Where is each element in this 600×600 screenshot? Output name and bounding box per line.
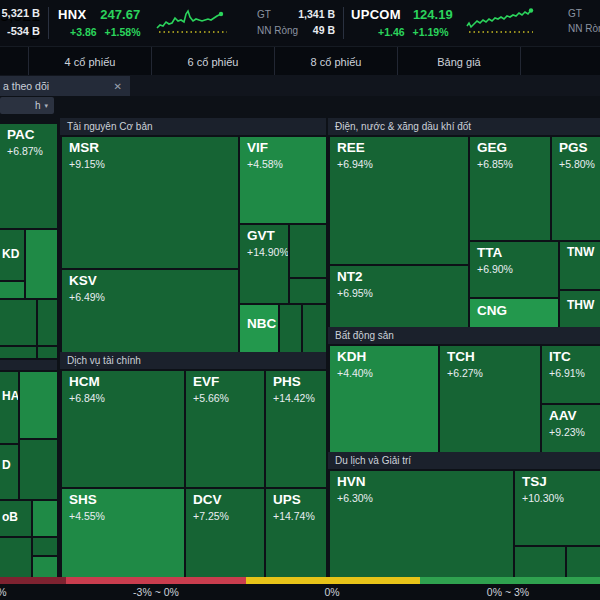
hnx-index-name: HNX [58, 7, 86, 22]
tab-filler [521, 47, 600, 76]
heatmap-treemap: PAC +6.87% KD HA D oB Tài nguyên Cơ bản [0, 114, 600, 577]
hnx-index[interactable]: HNX 247.67 [58, 7, 140, 22]
tile-tch[interactable]: TCH +6.27% [440, 346, 540, 452]
hnx-gt-value: 1,341 B [298, 8, 335, 20]
upcom-nn-label: NN Ròn [568, 23, 600, 34]
tile-unlabeled[interactable] [515, 547, 565, 577]
tile-unlabeled[interactable] [20, 440, 57, 499]
tile-unlabeled[interactable] [303, 305, 326, 352]
sector-header-bat-dong-san: Bất động sản [328, 327, 600, 344]
tab-bang-gia[interactable]: Bảng giá [398, 47, 521, 76]
hnx-sparkline-chart [155, 7, 231, 35]
tile-dcv[interactable]: DCV +7.25% [186, 489, 264, 577]
tile-msr[interactable]: MSR +9.15% [62, 137, 238, 268]
tab-spacer [0, 47, 29, 76]
index-topbar: 5,321 B 5,321 B -534 B HNX 247.67 +3.86 … [0, 0, 600, 46]
tile-unlabeled[interactable] [33, 538, 57, 555]
tile-kd-partial[interactable]: KD [0, 230, 24, 280]
tile-pgs[interactable]: PGS +5.80% [552, 137, 600, 240]
hnx-nn-label: NN Ròng [257, 25, 298, 36]
tile-unlabeled[interactable] [38, 347, 57, 358]
tile-vif[interactable]: VIF +4.58% [240, 137, 326, 223]
tile-evf[interactable]: EVF +5.66% [186, 371, 264, 487]
watchlist-tab[interactable]: a theo dõi ✕ [0, 76, 130, 96]
tile-shs[interactable]: SHS +4.55% [62, 489, 184, 577]
legend-segment-red [66, 577, 246, 584]
tile-unlabeled[interactable] [33, 501, 57, 536]
tile-nbc[interactable]: NBC [240, 305, 278, 352]
tile-unlabeled[interactable] [33, 557, 57, 577]
tab-8-co-phieu[interactable]: 8 cổ phiếu [275, 47, 398, 76]
tile-unlabeled[interactable] [290, 279, 326, 303]
hnx-stats: GT 1,341 B NN Ròng 49 B [257, 8, 335, 36]
legend-label-pos: 0% ~ 3% [487, 586, 529, 598]
tile-thw[interactable]: THW [560, 291, 600, 327]
tile-gvt[interactable]: GVT +14.90% [240, 225, 288, 303]
sector-header-dich-vu-tai-chinh: Dịch vụ tài chính [60, 352, 326, 369]
legend-segment-yellow [246, 577, 420, 584]
tile-ree[interactable]: REE +6.94% [330, 137, 468, 264]
tile-unlabeled[interactable] [20, 372, 57, 438]
tile-itc[interactable]: ITC +6.91% [542, 346, 600, 403]
prev-index-nn-value: -534 B [0, 25, 40, 37]
tile-geg[interactable]: GEG +6.85% [470, 137, 550, 240]
chevron-down-icon: ▾ [44, 102, 48, 110]
sector-header-dien-nuoc: Điện, nước & xăng dầu khí đốt [328, 118, 600, 135]
tile-aav[interactable]: AAV +9.23% [542, 405, 600, 452]
tile-nt2[interactable]: NT2 +6.95% [330, 266, 468, 327]
upcom-index-value: 124.19 [413, 7, 453, 22]
tile-tsj[interactable]: TSJ +10.30% [515, 471, 600, 545]
tile-tta[interactable]: TTA +6.90% [470, 242, 558, 297]
close-icon[interactable]: ✕ [114, 81, 122, 92]
tile-phs[interactable]: PHS +14.42% [266, 371, 326, 487]
sector-header-tai-nguyen: Tài nguyên Cơ bản [60, 118, 326, 135]
upcom-index[interactable]: UPCOM 124.19 [351, 7, 453, 22]
legend-label-partial: % [0, 586, 7, 598]
market-heatmap-screen: 5,321 B 5,321 B -534 B HNX 247.67 +3.86 … [0, 0, 600, 600]
view-tabs: 4 cổ phiếu 6 cổ phiếu 8 cổ phiếu Bảng gi… [0, 46, 600, 76]
tile-pac[interactable]: PAC +6.87% [0, 124, 57, 228]
tile-unlabeled[interactable] [26, 230, 57, 298]
tab-6-co-phieu[interactable]: 6 cổ phiếu [152, 47, 275, 76]
sector-header-du-lich: Du lịch và Giải trí [328, 452, 600, 469]
dropdown-row: h ▾ [0, 96, 600, 114]
tile-unlabeled[interactable] [0, 347, 36, 358]
upcom-index-name: UPCOM [351, 7, 401, 22]
tile-ob-partial[interactable]: oB [0, 501, 31, 536]
sector-filter-dropdown[interactable]: h ▾ [0, 97, 54, 114]
hnx-nn-value: 49 B [313, 24, 335, 36]
tile-ksv[interactable]: KSV +6.49% [62, 270, 238, 352]
tile-unlabeled[interactable] [38, 300, 57, 345]
tab-4-co-phieu[interactable]: 4 cổ phiếu [29, 47, 152, 76]
dropdown-label: h [35, 100, 41, 111]
tile-unlabeled[interactable] [0, 282, 24, 298]
tile-unlabeled[interactable] [290, 225, 326, 277]
tile-unlabeled[interactable] [280, 305, 301, 352]
legend-segment-dark-red [0, 577, 66, 584]
hnx-index-change: +3.86 +1.58% [70, 26, 140, 38]
prev-index-gt-value: 5,321 B [0, 7, 40, 19]
tile-tnw[interactable]: TNW [560, 242, 600, 289]
tile-unlabeled[interactable] [567, 547, 600, 577]
upcom-stats: GT NN Ròn [568, 8, 600, 34]
watchlist-tab-row: a theo dõi ✕ [0, 75, 600, 96]
upcom-gt-label: GT [568, 8, 582, 19]
sector-header-partial [0, 360, 57, 370]
tile-unlabeled[interactable] [8, 300, 36, 345]
tile-hvn[interactable]: HVN +6.30% [330, 471, 513, 577]
tile-kdh[interactable]: KDH +4.40% [330, 346, 438, 452]
legend-label-zero: 0% [324, 586, 339, 598]
tile-ha-partial[interactable]: HA [0, 372, 18, 443]
tile-ups[interactable]: UPS +14.74% [266, 489, 326, 577]
tile-hcm[interactable]: HCM +6.84% [62, 371, 184, 487]
upcom-index-change: +1.46 +1.19% [378, 26, 448, 38]
topbar-divider [48, 7, 49, 39]
hnx-gt-label: GT [257, 9, 271, 20]
tile-unlabeled[interactable] [0, 538, 31, 577]
legend-segment-green [420, 577, 600, 584]
heatmap-color-legend [0, 577, 600, 584]
watchlist-tab-label: a theo dõi [3, 80, 49, 92]
upcom-sparkline-chart [465, 7, 537, 35]
tile-d-partial[interactable]: D [0, 445, 18, 499]
tile-cng[interactable]: CNG [470, 299, 558, 327]
